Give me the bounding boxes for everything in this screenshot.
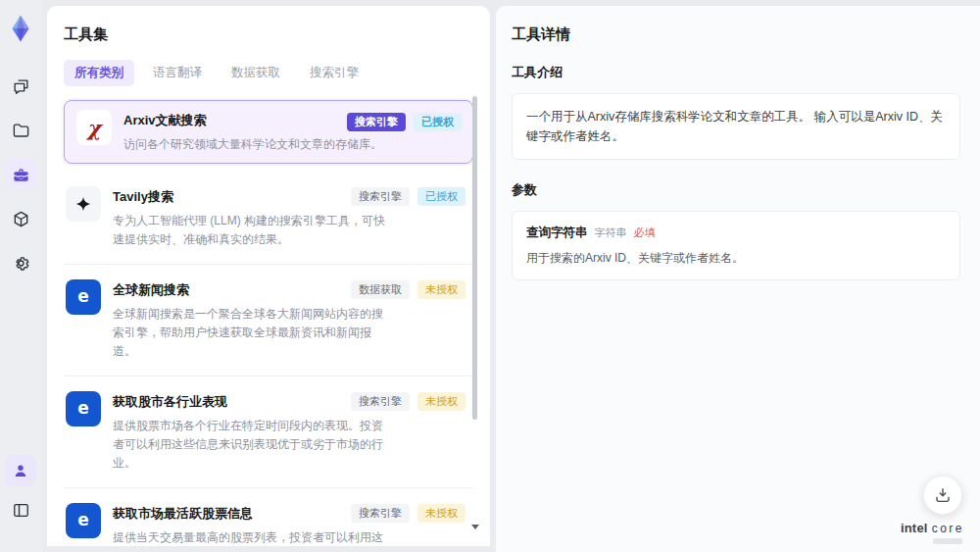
category-badge: 数据获取 (351, 280, 410, 299)
intel-core-logo: intelcore (901, 521, 964, 544)
tool-list-item[interactable]: e 获取市场最活跃股票信息 提供当天交易量最高的股票列表，投资者可以利用这些信息… (64, 488, 473, 546)
status-badge: 未授权 (417, 504, 466, 523)
sidebar-item-settings[interactable] (5, 247, 36, 278)
tab-all-categories[interactable]: 所有类别 (64, 60, 134, 86)
tool-description: 提供当天交易量最高的股票列表，投资者可以利用这些信息来识别流动性强的股票和潜在的… (113, 528, 388, 546)
gear-icon (12, 254, 30, 273)
folder-icon (12, 122, 30, 140)
user-icon (12, 462, 29, 479)
param-description: 用于搜索的Arxiv ID、关键字或作者姓名。 (526, 250, 946, 267)
sidebar-item-cube[interactable] (5, 203, 36, 234)
brand-intel-text: intel (901, 521, 928, 535)
tool-description: 提供股票市场各个行业在特定时间段内的表现。投资者可以利用这些信息来识别表现优于或… (113, 417, 388, 473)
tool-detail-panel: 工具详情 工具介绍 一个用于从Arxiv存储库搜索科学论文和文章的工具。 输入可… (496, 6, 980, 552)
sidebar-rail (0, 0, 41, 552)
news-e-icon: e (66, 279, 101, 315)
param-required-flag: 必填 (634, 226, 656, 240)
page-title: 工具集 (64, 25, 473, 44)
scrollbar-thumb[interactable] (472, 96, 477, 420)
param-name: 查询字符串 (526, 225, 588, 241)
tool-description: 访问各个研究领域大量科学论文和文章的存储库。 (123, 135, 399, 154)
sidebar-item-chat[interactable] (5, 71, 36, 102)
status-badge: 已授权 (414, 113, 462, 131)
params-heading: 参数 (512, 181, 960, 199)
param-card: 查询字符串 字符串 必填 用于搜索的Arxiv ID、关键字或作者姓名。 (512, 211, 960, 280)
brand-core-text: core (932, 522, 964, 535)
panel-toggle-icon (12, 501, 30, 520)
scrollbar-down-arrow-icon[interactable] (471, 525, 479, 529)
status-badge: 已授权 (417, 187, 466, 206)
tool-list-item[interactable]: Tavily搜索 专为人工智能代理 (LLM) 构建的搜索引擎工具，可快速提供实… (64, 172, 473, 265)
detail-title: 工具详情 (512, 25, 960, 44)
tool-description: 全球新闻搜索是一个聚合全球各大新闻网站内容的搜索引擎，帮助用户快速获取全球最新资… (113, 305, 388, 361)
tool-list: χ Arxiv文献搜索 访问各个研究领域大量科学论文和文章的存储库。 搜索引擎 … (64, 100, 473, 546)
tool-description: 专为人工智能代理 (LLM) 构建的搜索引擎工具，可快速提供实时、准确和真实的结… (113, 212, 388, 249)
news-e-icon: e (66, 503, 101, 538)
tool-list-item[interactable]: e 获取股市各行业表现 提供股票市场各个行业在特定时间段内的表现。投资者可以利用… (64, 376, 473, 488)
sidebar-item-panel-toggle[interactable] (5, 494, 36, 526)
news-e-icon: e (66, 391, 101, 427)
sidebar-item-toolbox[interactable] (5, 159, 36, 190)
category-badge: 搜索引擎 (347, 113, 406, 131)
category-badge: 搜索引擎 (351, 187, 410, 206)
download-button[interactable] (923, 476, 962, 515)
cube-icon (12, 210, 30, 228)
toolbox-icon (12, 166, 30, 184)
category-badge: 搜索引擎 (351, 504, 410, 523)
tab-data-fetch[interactable]: 数据获取 (220, 60, 291, 86)
tool-list-item[interactable]: χ Arxiv文献搜索 访问各个研究领域大量科学论文和文章的存储库。 搜索引擎 … (64, 100, 473, 164)
app-logo-icon (6, 14, 35, 43)
category-tabs: 所有类别语言翻译数据获取搜索引擎 (64, 60, 473, 86)
sidebar-item-folder[interactable] (5, 115, 36, 146)
brand-subtext-bar (933, 538, 962, 544)
sidebar-item-user[interactable] (5, 455, 36, 486)
param-type: 字符串 (595, 226, 627, 240)
status-badge: 未授权 (417, 280, 466, 299)
category-badge: 搜索引擎 (351, 392, 410, 411)
arxiv-logo-icon: χ (76, 110, 112, 145)
intro-card: 一个用于从Arxiv存储库搜索科学论文和文章的工具。 输入可以是Arxiv ID… (512, 93, 960, 160)
tool-list-item[interactable]: e 全球新闻搜索 全球新闻搜索是一个聚合全球各大新闻网站内容的搜索引擎，帮助用户… (64, 265, 473, 376)
status-badge: 未授权 (417, 392, 466, 411)
tool-list-panel: 工具集 所有类别语言翻译数据获取搜索引擎 χ Arxiv文献搜索 访问各个研究领… (47, 6, 490, 546)
list-scrollbar[interactable] (471, 92, 478, 535)
intro-text: 一个用于从Arxiv存储库搜索科学论文和文章的工具。 输入可以是Arxiv ID… (526, 107, 946, 146)
chat-icon (12, 77, 30, 96)
download-icon (933, 485, 953, 505)
intro-heading: 工具介绍 (512, 64, 960, 81)
tab-search-engine[interactable]: 搜索引擎 (299, 60, 369, 86)
tavily-star-icon (66, 186, 101, 222)
tab-language-translation[interactable]: 语言翻译 (142, 60, 213, 86)
